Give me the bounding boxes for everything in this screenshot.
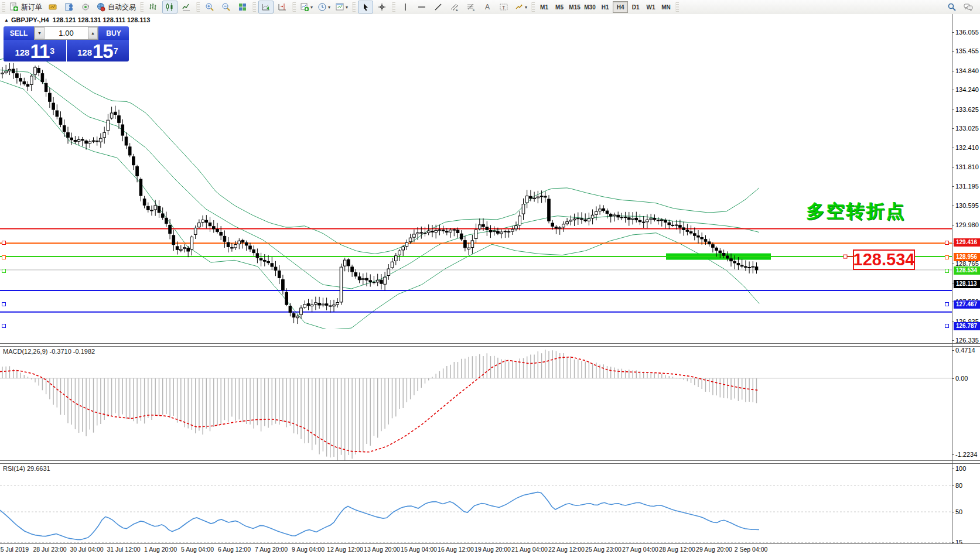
hline-button[interactable] bbox=[414, 1, 429, 13]
timeframe-button-mn[interactable]: MN bbox=[658, 1, 674, 13]
timeframe-button-d1[interactable]: D1 bbox=[628, 1, 643, 13]
axis-tick bbox=[952, 378, 954, 379]
price-axis-label: 130.595 bbox=[955, 202, 979, 209]
symbol-info-bar: ▲GBPJPY-,H4 128.121 128.131 128.111 128.… bbox=[4, 16, 150, 23]
time-axis-label: 28 Jul 23:00 bbox=[33, 546, 66, 553]
hline-icon bbox=[417, 2, 426, 12]
shapes-button[interactable]: ▾ bbox=[513, 1, 529, 13]
chat-button[interactable] bbox=[961, 1, 976, 13]
autotrading-button[interactable]: 自动交易 bbox=[94, 1, 138, 13]
cursor-button[interactable] bbox=[358, 1, 373, 13]
line-handle[interactable] bbox=[945, 269, 949, 273]
svg-text:E: E bbox=[456, 8, 458, 12]
chevron-down-icon[interactable]: ▾ bbox=[328, 5, 330, 10]
data-window-button[interactable] bbox=[62, 1, 77, 13]
new-chart-icon bbox=[300, 2, 309, 12]
zoom-in-button[interactable] bbox=[202, 1, 217, 13]
timeframe-button-m1[interactable]: M1 bbox=[537, 1, 552, 13]
search-button[interactable] bbox=[944, 1, 959, 13]
line-handle[interactable] bbox=[945, 255, 949, 259]
zoom-out-button[interactable] bbox=[218, 1, 234, 13]
new-order-button[interactable]: 新订单 bbox=[8, 1, 44, 13]
new-chart-button[interactable]: ▾ bbox=[298, 1, 315, 13]
chart-shift-button[interactable] bbox=[275, 1, 290, 13]
sell-price-base: 128 bbox=[15, 45, 29, 60]
sell-button[interactable]: SELL bbox=[4, 26, 34, 40]
fibonacci-button[interactable]: F bbox=[463, 1, 479, 13]
toolbar-group-grip bbox=[196, 2, 200, 12]
crosshair-button[interactable] bbox=[374, 1, 390, 13]
navigator-button[interactable] bbox=[78, 1, 93, 13]
trendline-button[interactable] bbox=[431, 1, 446, 13]
turning-point-annotation[interactable]: 多空转折点 bbox=[807, 199, 906, 224]
buy-price-display[interactable]: 128 15 7 bbox=[67, 40, 129, 61]
timeframe-button-m30[interactable]: M30 bbox=[582, 1, 597, 13]
toolbar-group-grip bbox=[140, 2, 144, 12]
zoom-out-icon bbox=[221, 2, 231, 12]
timeframe-button-m5[interactable]: M5 bbox=[552, 1, 567, 13]
tile-windows-button[interactable] bbox=[235, 1, 250, 13]
period-clock-button[interactable]: ▾ bbox=[316, 1, 332, 13]
line-handle[interactable] bbox=[2, 241, 6, 245]
axis-tick bbox=[952, 485, 954, 486]
macd-signal-line bbox=[0, 357, 759, 452]
volume-input[interactable]: 1.00 bbox=[45, 29, 88, 37]
sell-price-display[interactable]: 128 11 3 bbox=[4, 40, 66, 61]
line-handle[interactable] bbox=[2, 255, 6, 259]
price-axis-label: 131.195 bbox=[955, 183, 979, 190]
buy-price-big: 15 bbox=[93, 43, 113, 60]
svg-text:F: F bbox=[473, 8, 475, 12]
rsi-axis-label: 50 bbox=[955, 508, 962, 515]
channel-button[interactable]: E bbox=[447, 1, 462, 13]
auto-scroll-icon bbox=[261, 2, 271, 12]
line-handle[interactable] bbox=[945, 241, 949, 245]
chevron-down-icon[interactable]: ▾ bbox=[346, 5, 348, 10]
buy-button[interactable]: BUY bbox=[98, 26, 129, 40]
callout-handle[interactable] bbox=[844, 255, 847, 258]
market-watch-button[interactable] bbox=[45, 1, 60, 13]
buy-price-sup: 7 bbox=[114, 40, 118, 62]
candle-chart-button[interactable] bbox=[162, 1, 177, 13]
macd-axis-label: -1.2234 bbox=[955, 451, 977, 458]
auto-scroll-button[interactable] bbox=[258, 1, 274, 13]
line-handle[interactable] bbox=[2, 302, 6, 306]
text-button[interactable]: A bbox=[480, 1, 495, 13]
timeframe-button-w1[interactable]: W1 bbox=[643, 1, 658, 13]
line-handle[interactable] bbox=[2, 269, 6, 273]
toolbar-group-grip bbox=[531, 2, 535, 12]
volume-decrease-button[interactable]: ▼ bbox=[35, 27, 45, 39]
rsi-pane bbox=[0, 463, 952, 554]
chart-shift-icon bbox=[278, 2, 287, 12]
vline-button[interactable] bbox=[398, 1, 413, 13]
macd-indicator-label: MACD(12,26,9) -0.3710 -0.1982 bbox=[3, 348, 95, 355]
timeframe-button-h4[interactable]: H4 bbox=[613, 1, 628, 13]
timeframe-button-m15[interactable]: M15 bbox=[567, 1, 582, 13]
volume-increase-button[interactable]: ▲ bbox=[88, 27, 98, 39]
text-icon: A bbox=[483, 2, 492, 12]
line-handle[interactable] bbox=[945, 302, 949, 306]
timeframe-button-h1[interactable]: H1 bbox=[597, 1, 613, 13]
level-callout-text[interactable]: 128.534 bbox=[853, 249, 915, 270]
chevron-down-icon[interactable]: ▾ bbox=[310, 5, 313, 10]
time-axis-label: 7 Aug 20:00 bbox=[255, 546, 288, 553]
price-axis-label: 135.455 bbox=[955, 47, 979, 54]
bar-chart-button[interactable] bbox=[146, 1, 161, 13]
line-handle[interactable] bbox=[945, 324, 949, 328]
axis-tick bbox=[952, 110, 954, 110]
pane-separator[interactable] bbox=[0, 343, 980, 347]
candles bbox=[1, 63, 758, 324]
axis-tick bbox=[952, 468, 954, 469]
line-chart-button[interactable] bbox=[179, 1, 194, 13]
line-handle[interactable] bbox=[2, 324, 6, 328]
label-button[interactable]: T bbox=[496, 1, 511, 13]
chevron-down-icon[interactable]: ▾ bbox=[525, 5, 527, 10]
rsi-axis-label: 100 bbox=[955, 465, 966, 472]
pane-separator[interactable] bbox=[0, 460, 980, 464]
axis-tick bbox=[952, 32, 954, 33]
axis-tick bbox=[952, 71, 954, 71]
price-axis-label: 133.625 bbox=[955, 106, 979, 113]
chart-area[interactable]: 136.055135.455134.840134.240133.625133.0… bbox=[0, 14, 980, 554]
template-button[interactable]: ▾ bbox=[333, 1, 350, 13]
toolbar-group-grip bbox=[392, 2, 395, 12]
price-tag-129.416: 129.416 bbox=[954, 238, 980, 247]
